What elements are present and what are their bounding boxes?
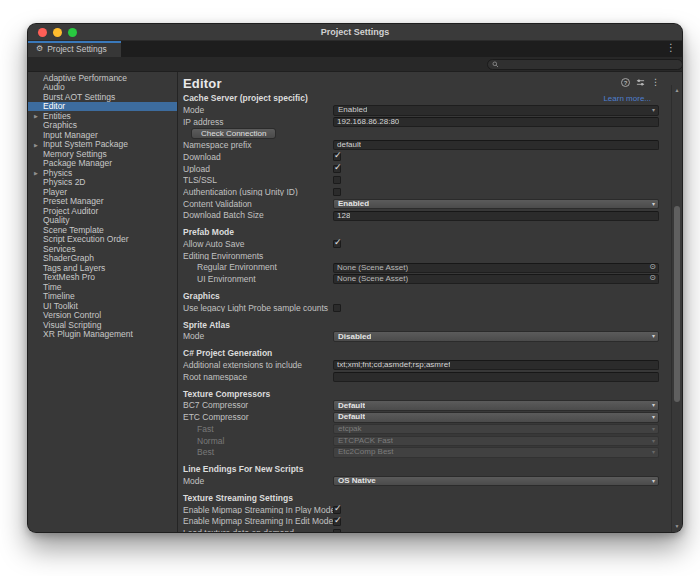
settings-row-etc-compressor: ETC CompressorDefault▾ [178, 412, 659, 424]
settings-row-allow-auto-save: Allow Auto Save✓ [178, 238, 659, 250]
bc7-compressor-dropdown[interactable]: Default▾ [333, 400, 659, 411]
sidebar-item-editor[interactable]: Editor [28, 102, 177, 112]
sidebar-item-script-execution-order[interactable]: Script Execution Order [28, 235, 177, 245]
sidebar-item-xr-plugin-management[interactable]: XR Plugin Management [28, 330, 177, 340]
field-value: txt;xml;fnt;cd;asmdef;rsp;asmref [333, 360, 659, 370]
sidebar-item-label: Editor [43, 102, 65, 111]
field-value: ✓ [333, 506, 659, 514]
sidebar-item-label: UI Toolkit [43, 302, 78, 311]
mode-dropdown[interactable]: Enabled▾ [333, 105, 659, 116]
field-value: OS Native▾ [333, 476, 659, 487]
check-connection-button[interactable]: Check Connection [191, 128, 276, 139]
editor-settings-panel: Editor ? ⋮ C [178, 72, 682, 532]
fold-arrow-icon[interactable]: ▶ [34, 113, 38, 119]
sidebar-item-package-manager[interactable]: Package Manager [28, 159, 177, 169]
download-checkbox[interactable]: ✓ [333, 153, 341, 161]
sidebar-item-label: Graphics [43, 121, 77, 130]
additional-extensions-to-include-input[interactable]: txt;xml;fnt;cd;asmdef;rsp;asmref [333, 360, 659, 370]
sidebar-item-preset-manager[interactable]: Preset Manager [28, 197, 177, 207]
panel-header: Editor ? ⋮ [178, 75, 682, 92]
ui-environment-object-field[interactable]: None (Scene Asset)⊙ [333, 274, 659, 284]
content-validation-dropdown[interactable]: Enabled▾ [333, 199, 659, 210]
allow-auto-save-checkbox[interactable]: ✓ [333, 240, 341, 248]
enable-mipmap-streaming-in-edit-mode-checkbox[interactable]: ✓ [333, 518, 341, 526]
mode-dropdown[interactable]: OS Native▾ [333, 476, 659, 487]
sidebar-item-label: Package Manager [43, 159, 112, 168]
etc-compressor-dropdown[interactable]: Default▾ [333, 412, 659, 423]
field-label: Mode [183, 332, 333, 341]
field-label: Mode [183, 477, 333, 486]
settings-row-additional-extensions-to-include: Additional extensions to includetxt;xml;… [178, 360, 659, 372]
best-dropdown: Etc2Comp Best▾ [333, 447, 659, 458]
settings-row-content-validation: Content ValidationEnabled▾ [178, 198, 659, 210]
sidebar-item-textmesh-pro[interactable]: TextMesh Pro [28, 273, 177, 283]
sidebar-item-physics-2d[interactable]: Physics 2D [28, 178, 177, 188]
sidebar-item-shadergraph[interactable]: ShaderGraph [28, 254, 177, 264]
presets-icon[interactable] [636, 78, 645, 87]
object-picker-icon[interactable]: ⊙ [649, 274, 656, 282]
load-texture-data-on-demand-checkbox[interactable] [333, 529, 341, 532]
field-label: Allow Auto Save [183, 240, 333, 249]
settings-row-download-batch-size: Download Batch Size128 [178, 210, 659, 222]
active-tab-accent [28, 41, 121, 43]
sidebar-item-label: Scene Template [43, 226, 104, 235]
field-value: ✓ [333, 518, 659, 526]
scroll-down-icon[interactable]: ▼ [672, 523, 682, 529]
field-label: Download Batch Size [183, 211, 333, 220]
field-value: 128 [333, 211, 659, 221]
sidebar-item-audio[interactable]: Audio [28, 83, 177, 93]
sidebar-item-timeline[interactable]: Timeline [28, 292, 177, 302]
field-value: ✓ [333, 165, 659, 173]
scrollbar-thumb[interactable] [674, 206, 680, 402]
sidebar-item-graphics[interactable]: Graphics [28, 121, 177, 131]
authentication-using-unity-id-checkbox[interactable] [333, 188, 341, 196]
settings-row-tls-ssl: TLS/SSL [178, 175, 659, 187]
regular-environment-object-field[interactable]: None (Scene Asset)⊙ [333, 263, 659, 273]
panel-menu-icon[interactable]: ⋮ [651, 78, 660, 87]
object-picker-icon[interactable]: ⊙ [649, 263, 656, 271]
settings-row-best: BestEtc2Comp Best▾ [178, 447, 659, 459]
field-value [333, 188, 659, 196]
fold-arrow-icon[interactable]: ▶ [34, 142, 38, 148]
learn-more-link[interactable]: Learn more... [603, 94, 651, 103]
settings-row-ip-address: IP address192.168.86.28:80 [178, 116, 659, 128]
namespace-prefix-input[interactable]: default [333, 140, 659, 150]
field-value: default [333, 140, 659, 150]
settings-row-ui-environment: UI EnvironmentNone (Scene Asset)⊙ [178, 273, 659, 285]
field-label: Root namespace [183, 373, 333, 382]
sidebar-item-label: Version Control [43, 311, 101, 320]
ip-address-input[interactable]: 192.168.86.28:80 [333, 117, 659, 127]
vertical-scrollbar[interactable]: ▲ ▼ [671, 85, 682, 532]
tab-bar-menu-icon[interactable]: ⋮ [666, 42, 676, 53]
field-label: Enable Mipmap Streaming In Play Mode [183, 506, 333, 515]
sidebar-item-input-system-package[interactable]: ▶Input System Package [28, 140, 177, 150]
tls-ssl-checkbox[interactable] [333, 176, 341, 184]
field-label: Authentication (using Unity ID) [183, 188, 333, 197]
minimize-window-icon[interactable] [53, 28, 62, 37]
settings-row-upload: Upload✓ [178, 163, 659, 175]
sidebar-item-quality[interactable]: Quality [28, 216, 177, 226]
search-icon [492, 61, 499, 68]
zoom-window-icon[interactable] [68, 28, 77, 37]
chevron-down-icon: ▾ [652, 402, 655, 408]
window-titlebar[interactable]: Project Settings [28, 24, 682, 41]
download-batch-size-input[interactable]: 128 [333, 211, 659, 221]
mode-dropdown[interactable]: Disabled▾ [333, 331, 659, 342]
tab-bar: ⚙ Project Settings ⋮ [28, 41, 682, 57]
close-window-icon[interactable] [38, 28, 47, 37]
use-legacy-light-probe-sample-counts-checkbox[interactable] [333, 304, 341, 312]
enable-mipmap-streaming-in-play-mode-checkbox[interactable]: ✓ [333, 506, 341, 514]
scroll-up-icon[interactable]: ▲ [672, 87, 682, 93]
gear-icon: ⚙ [36, 45, 43, 53]
field-label: TLS/SSL [183, 176, 333, 185]
settings-row-fast: Fastetcpak▾ [178, 423, 659, 435]
tab-project-settings[interactable]: ⚙ Project Settings [28, 41, 121, 57]
fold-arrow-icon[interactable]: ▶ [34, 170, 38, 176]
help-icon[interactable]: ? [621, 78, 630, 87]
upload-checkbox[interactable]: ✓ [333, 165, 341, 173]
search-input[interactable] [487, 59, 683, 70]
sidebar-item-version-control[interactable]: Version Control [28, 311, 177, 321]
chevron-down-icon: ▾ [652, 414, 655, 420]
root-namespace-input[interactable] [333, 372, 659, 382]
input-text: 192.168.86.28:80 [337, 118, 399, 126]
